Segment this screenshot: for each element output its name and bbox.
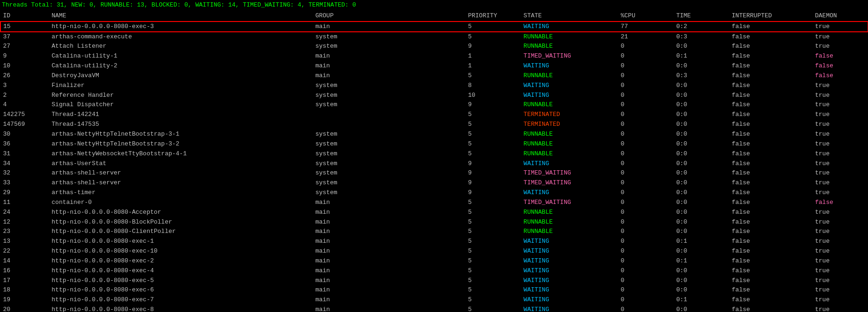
- cell-interrupted: false: [729, 100, 812, 110]
- table-row[interactable]: 24 http-nio-0.0.0.0-8080-Acceptor main 5…: [0, 208, 868, 218]
- cell-priority: 9: [465, 178, 521, 188]
- table-row[interactable]: 27 Attach Listener system 9 RUNNABLE 0 0…: [0, 42, 868, 51]
- cell-daemon: true: [812, 227, 868, 237]
- cell-cpu: 0: [618, 305, 674, 312]
- table-row[interactable]: 34 arthas-UserStat system 9 WAITING 0 0:…: [0, 159, 868, 169]
- cell-interrupted: false: [729, 256, 812, 266]
- table-row[interactable]: 18 http-nio-0.0.0.0-8080-exec-6 main 5 W…: [0, 285, 868, 295]
- cell-cpu: 0: [618, 276, 674, 286]
- table-row[interactable]: 32 arthas-shell-server system 9 TIMED_WA…: [0, 168, 868, 178]
- cell-id: 10: [0, 61, 49, 71]
- table-row[interactable]: 26 DestroyJavaVM main 5 RUNNABLE 0 0:3 f…: [0, 71, 868, 81]
- cell-priority: 5: [465, 218, 521, 227]
- cell-daemon: true: [812, 120, 868, 130]
- cell-time: 0:0: [673, 285, 729, 295]
- cell-daemon: false: [812, 198, 868, 208]
- cell-state: WAITING: [521, 237, 618, 247]
- cell-priority: 9: [465, 42, 521, 51]
- cell-interrupted: false: [729, 198, 812, 208]
- table-row[interactable]: 17 http-nio-0.0.0.0-8080-exec-5 main 5 W…: [0, 276, 868, 286]
- cell-time: 0:2: [673, 22, 729, 32]
- cell-cpu: 0: [618, 42, 674, 51]
- cell-priority: 1: [465, 51, 521, 61]
- cell-state: WAITING: [521, 305, 618, 312]
- cell-id: 17: [0, 276, 49, 286]
- table-row[interactable]: 31 arthas-NettyWebsocketTtyBootstrap-4-1…: [0, 149, 868, 159]
- cell-time: 0:1: [673, 51, 729, 61]
- cell-name: Attach Listener: [49, 42, 313, 51]
- cell-id: 11: [0, 198, 49, 208]
- cell-cpu: 0: [618, 178, 674, 188]
- col-header-priority: PRIORITY: [465, 11, 521, 22]
- cell-interrupted: false: [729, 266, 812, 276]
- table-row[interactable]: 2 Reference Handler system 10 WAITING 0 …: [0, 91, 868, 101]
- cell-id: 9: [0, 51, 49, 61]
- cell-group: main: [313, 22, 465, 32]
- cell-priority: 5: [465, 149, 521, 159]
- table-row[interactable]: 15 http-nio-0.0.0.0-8080-exec-3 main 5 W…: [0, 22, 868, 32]
- table-row[interactable]: 9 Catalina-utility-1 main 1 TIMED_WAITIN…: [0, 51, 868, 61]
- cell-state: TIMED_WAITING: [521, 168, 618, 178]
- cell-cpu: 0: [618, 100, 674, 110]
- table-row[interactable]: 19 http-nio-0.0.0.0-8080-exec-7 main 5 W…: [0, 295, 868, 305]
- table-row[interactable]: 14 http-nio-0.0.0.0-8080-exec-2 main 5 W…: [0, 256, 868, 266]
- table-row[interactable]: 3 Finalizer system 8 WAITING 0 0:0 false…: [0, 81, 868, 91]
- cell-state: WAITING: [521, 285, 618, 295]
- table-row[interactable]: 20 http-nio-0.0.0.0-8080-exec-8 main 5 W…: [0, 305, 868, 312]
- cell-id: 37: [0, 32, 49, 42]
- cell-time: 0:0: [673, 198, 729, 208]
- cell-group: [313, 120, 465, 130]
- cell-name: http-nio-0.0.0.0-8080-exec-4: [49, 266, 313, 276]
- table-row[interactable]: 29 arthas-timer system 9 WAITING 0 0:0 f…: [0, 188, 868, 198]
- cell-daemon: true: [812, 218, 868, 227]
- cell-interrupted: false: [729, 120, 812, 130]
- cell-cpu: 0: [618, 247, 674, 256]
- cell-name: container-0: [49, 198, 313, 208]
- cell-time: 0:0: [673, 91, 729, 101]
- table-row[interactable]: 36 arthas-NettyHttpTelnetBootstrap-3-2 s…: [0, 139, 868, 149]
- table-row[interactable]: 12 http-nio-0.0.0.0-8080-BlockPoller mai…: [0, 218, 868, 227]
- cell-cpu: 0: [618, 159, 674, 169]
- cell-state: TIMED_WAITING: [521, 198, 618, 208]
- table-row[interactable]: 147569 Thread-147535 5 TERMINATED 0 0:0 …: [0, 120, 868, 130]
- cell-name: http-nio-0.0.0.0-8080-exec-2: [49, 256, 313, 266]
- cell-priority: 5: [465, 266, 521, 276]
- table-row[interactable]: 22 http-nio-0.0.0.0-8080-exec-10 main 5 …: [0, 247, 868, 256]
- cell-id: 13: [0, 237, 49, 247]
- table-row[interactable]: 30 arthas-NettyHttpTelnetBootstrap-3-1 s…: [0, 130, 868, 139]
- threads-table: ID NAME GROUP PRIORITY STATE %CPU TIME I…: [0, 11, 868, 312]
- cell-id: 26: [0, 71, 49, 81]
- cell-group: system: [313, 130, 465, 139]
- cell-interrupted: false: [729, 110, 812, 120]
- table-row[interactable]: 37 arthas-command-execute system 5 RUNNA…: [0, 32, 868, 42]
- table-row[interactable]: 142275 Thread-142241 5 TERMINATED 0 0:0 …: [0, 110, 868, 120]
- cell-interrupted: false: [729, 178, 812, 188]
- table-row[interactable]: 4 Signal Dispatcher system 9 RUNNABLE 0 …: [0, 100, 868, 110]
- table-row[interactable]: 11 container-0 main 5 TIMED_WAITING 0 0:…: [0, 198, 868, 208]
- cell-id: 29: [0, 188, 49, 198]
- cell-cpu: 0: [618, 110, 674, 120]
- cell-id: 30: [0, 130, 49, 139]
- cell-group: system: [313, 168, 465, 178]
- cell-interrupted: false: [729, 188, 812, 198]
- table-row[interactable]: 13 http-nio-0.0.0.0-8080-exec-1 main 5 W…: [0, 237, 868, 247]
- col-header-group: GROUP: [313, 11, 465, 22]
- cell-cpu: 0: [618, 168, 674, 178]
- cell-id: 142275: [0, 110, 49, 120]
- table-row[interactable]: 33 arthas-shell-server system 9 TIMED_WA…: [0, 178, 868, 188]
- cell-priority: 5: [465, 247, 521, 256]
- cell-priority: 10: [465, 91, 521, 101]
- cell-daemon: true: [812, 42, 868, 51]
- cell-daemon: true: [812, 22, 868, 32]
- cell-time: 0:0: [673, 100, 729, 110]
- table-row[interactable]: 16 http-nio-0.0.0.0-8080-exec-4 main 5 W…: [0, 266, 868, 276]
- cell-cpu: 0: [618, 81, 674, 91]
- cell-time: 0:3: [673, 32, 729, 42]
- table-row[interactable]: 23 http-nio-0.0.0.0-8080-ClientPoller ma…: [0, 227, 868, 237]
- cell-priority: 5: [465, 276, 521, 286]
- cell-time: 0:0: [673, 61, 729, 71]
- table-row[interactable]: 10 Catalina-utility-2 main 1 WAITING 0 0…: [0, 61, 868, 71]
- cell-state: RUNNABLE: [521, 130, 618, 139]
- cell-state: WAITING: [521, 266, 618, 276]
- cell-time: 0:0: [673, 110, 729, 120]
